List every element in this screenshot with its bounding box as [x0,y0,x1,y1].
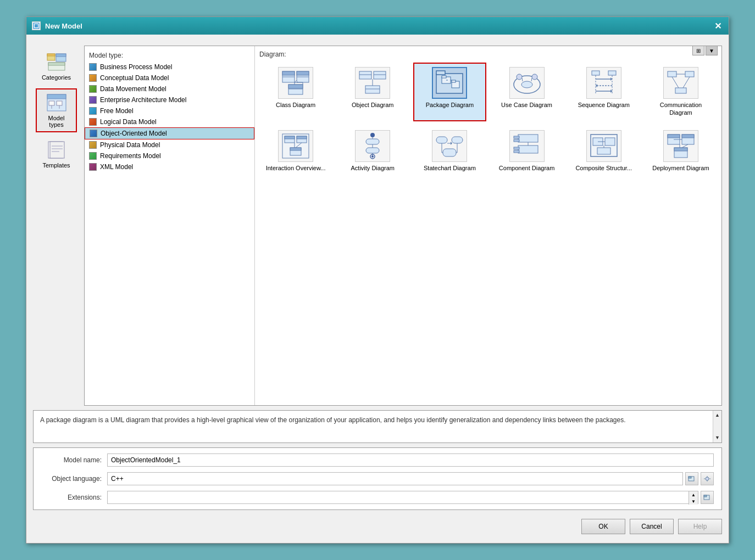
ext-spin-up[interactable]: ▲ [689,491,698,498]
help-button[interactable]: Help [678,519,722,534]
nav-item-categories[interactable]: Categories [36,48,77,85]
model-item-pdm[interactable]: Physical Data Model [85,139,254,150]
object-language-browse-btn[interactable] [685,472,698,485]
svg-rect-42 [442,76,446,78]
object-language-config-btn[interactable] [701,472,714,485]
extensions-label: Extensions: [41,494,102,501]
svg-rect-5 [56,54,66,57]
model-name-row: Model name: [41,453,714,467]
svg-rect-3 [47,54,55,56]
extensions-browse-btn[interactable] [701,491,714,504]
model-type-header: Model type: [85,49,254,61]
model-item-bpm[interactable]: Business Process Model [85,61,254,72]
diagram-item-component[interactable]: Component Diagram [491,126,563,176]
diagram-item-object[interactable]: Object Diagram [336,63,409,121]
diagram-item-deployment[interactable]: Deployment Diagram [645,126,717,176]
model-item-oom[interactable]: Object-Oriented Model [85,127,254,139]
diagram-item-class[interactable]: Class Diagram [259,63,332,121]
diagram-panel: Diagram: [255,46,721,405]
diagram-item-sequence[interactable]: Sequence Diagram [568,63,640,121]
model-item-rm[interactable]: Requirements Model [85,150,254,161]
svg-point-48 [517,74,522,80]
title-bar: New Model ✕ [26,17,729,35]
nav-item-model-types[interactable]: Model types [36,88,77,132]
categories-label: Categories [42,74,71,81]
svg-rect-26 [288,85,303,88]
svg-rect-125 [704,495,707,497]
extensions-spinner: ▲ ▼ [689,491,698,505]
title-bar-left: New Model [32,21,82,30]
model-item-fm[interactable]: Free Model [85,105,254,116]
svg-rect-36 [365,86,380,93]
description-scrollbar[interactable]: ▲ ▼ [713,411,721,443]
icon-view-button[interactable]: ⊞ [692,46,704,55]
package-diagram-icon [432,67,467,99]
scroll-down-btn[interactable]: ▼ [715,434,720,442]
component-diagram-label: Component Diagram [499,164,555,172]
svg-rect-99 [514,147,519,149]
diagram-item-usecase[interactable]: Use Case Diagram [491,63,563,121]
communication-diagram-label: Communication Diagram [648,101,714,117]
diagram-item-statechart[interactable]: Statechart Diagram [413,126,486,176]
svg-marker-58 [610,77,612,81]
object-language-select[interactable]: C++ Java C# Python VB.NET [107,472,683,485]
model-item-ldm[interactable]: Logical Data Model [85,116,254,127]
scroll-up-btn[interactable]: ▲ [715,412,720,419]
dialog-body: ⊞ ▼ [26,35,729,543]
object-diagram-icon [355,67,390,99]
svg-rect-95 [518,135,538,142]
cancel-button[interactable]: Cancel [630,519,674,534]
rm-icon [89,152,97,160]
model-item-eam[interactable]: Enterprise Architecture Model [85,94,254,105]
ext-spin-down[interactable]: ▼ [689,498,698,505]
svg-point-49 [532,74,537,80]
svg-rect-9 [47,94,66,99]
svg-rect-79 [366,139,379,144]
svg-rect-54 [608,71,616,75]
diagram-grid: Class Diagram [259,63,717,176]
diagram-item-package[interactable]: Package Diagram [413,63,486,121]
svg-rect-97 [514,139,519,142]
model-item-cdm[interactable]: Conceptual Data Model [85,72,254,83]
package-diagram-label: Package Diagram [426,101,474,109]
cdm-icon [89,74,97,82]
diagram-item-communication[interactable]: Communication Diagram [645,63,717,121]
bottom-buttons: OK Cancel Help [33,514,722,536]
svg-rect-10 [49,101,54,105]
svg-rect-104 [605,138,615,145]
svg-point-78 [370,133,375,137]
model-name-input[interactable] [107,453,714,467]
communication-diagram-icon [663,67,698,99]
model-item-dmm[interactable]: Data Movement Model [85,83,254,94]
interaction-diagram-icon [278,130,313,162]
svg-rect-109 [668,135,680,138]
svg-rect-40 [436,71,445,75]
svg-rect-80 [366,148,379,153]
svg-rect-11 [57,101,62,105]
ok-button[interactable]: OK [581,519,625,534]
svg-rect-34 [374,71,386,79]
diagram-item-interaction[interactable]: Interaction Overview... [259,126,332,176]
svg-line-51 [522,78,523,81]
svg-rect-53 [592,71,599,75]
activity-diagram-label: Activity Diagram [351,164,395,172]
svg-rect-20 [282,71,295,75]
object-diagram-label: Object Diagram [352,101,393,109]
svg-point-85 [371,155,374,158]
object-language-select-row: C++ Java C# Python VB.NET [107,472,714,485]
list-view-button[interactable]: ▼ [706,46,718,55]
form-area: Model name: Object language: C++ Java C#… [33,447,722,510]
object-language-label: Object language: [41,475,102,483]
diagram-item-composite[interactable]: Composite Structur... [568,126,640,176]
model-list-panel: Model type: Business Process Model Conce… [85,46,255,405]
svg-rect-75 [290,148,301,150]
extensions-row: Extensions: ▲ ▼ [41,491,714,504]
model-item-xml[interactable]: XML Model [85,161,254,172]
svg-rect-100 [514,150,519,153]
diagram-item-activity[interactable]: Activity Diagram [336,126,409,176]
diagram-header: Diagram: [259,51,717,58]
svg-rect-64 [685,71,694,77]
nav-item-templates[interactable]: Templates [36,136,77,173]
svg-line-52 [531,78,532,81]
close-button[interactable]: ✕ [712,21,723,31]
